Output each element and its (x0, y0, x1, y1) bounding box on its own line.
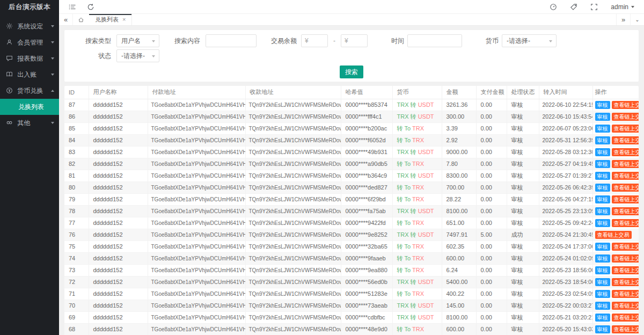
cell-id: 70 (64, 300, 89, 311)
currency-label: 货币 (484, 37, 499, 46)
review-button[interactable]: 审核 (595, 290, 610, 298)
table-header-row: ID 用户名称 付款地址 收款地址 哈希值 货币 金额 支付金额 处理状态 转入… (64, 86, 639, 99)
review-button[interactable]: 审核 (595, 243, 610, 251)
currency-to: USDT (418, 231, 434, 238)
review-button[interactable]: 审核 (595, 101, 610, 109)
sidebar-item-member-management[interactable]: 会员管理 (0, 34, 59, 50)
cell-pay-amount: 0.00 (476, 264, 507, 276)
view-chain-button[interactable]: 查看链上交易 (612, 254, 639, 263)
cell-pay-amount: 0.00 (476, 241, 507, 252)
sidebar-item-currency-exchange[interactable]: 货币兑换 (0, 83, 59, 99)
view-chain-button[interactable]: 查看链上交易 (612, 278, 639, 286)
cell-hash: 0000****a90db5 (341, 158, 392, 170)
review-button[interactable]: 审核 (595, 325, 610, 333)
sidebar-item-exchange-list[interactable]: 兑换列表 (0, 99, 59, 115)
sidebar-item-report-data[interactable]: 报表数据 (0, 50, 59, 67)
review-button[interactable]: 审核 (595, 113, 610, 121)
cell-actions: 审核 查看链上交易 (592, 311, 639, 323)
review-button[interactable]: 审核 (595, 125, 610, 133)
cell-currency: TRX 转 USDT (392, 276, 442, 288)
review-button[interactable]: 审核 (595, 278, 610, 286)
cell-amount: 8100.00 (442, 311, 476, 323)
status-select[interactable]: -请选择- (116, 49, 159, 62)
view-chain-button[interactable]: 查看链上交易 (612, 266, 639, 274)
review-button[interactable]: 审核 (595, 314, 610, 322)
amount-min-input[interactable] (301, 34, 328, 47)
review-button[interactable]: 审核 (595, 148, 610, 156)
user-menu[interactable]: admin (611, 3, 634, 11)
cell-id: 69 (64, 311, 89, 323)
cell-username: dddddd152 (89, 276, 148, 288)
view-chain-button[interactable]: 查看链上交易 (612, 101, 639, 109)
view-chain-button[interactable]: 查看链上交易 (612, 148, 639, 156)
view-chain-button[interactable]: 查看链上交易 (612, 243, 639, 251)
cell-hash: 0000****9e8252 (341, 229, 392, 241)
view-chain-button[interactable]: 查看链上交易 (612, 290, 639, 298)
review-button[interactable]: 审核 (595, 266, 610, 274)
table-row: 87 dddddd152 TGoe8abtXDe1aYPVhjwDCUmH641… (64, 99, 639, 111)
review-button[interactable]: 审核 (595, 254, 610, 263)
search-type-value: 用户名 (121, 37, 141, 45)
exchange-table: ID 用户名称 付款地址 收款地址 哈希值 货币 金额 支付金额 处理状态 转入… (64, 86, 639, 335)
review-button[interactable]: 审核 (595, 207, 610, 215)
sidebar-item-other[interactable]: 其他 (0, 115, 59, 131)
review-button[interactable]: 审核 (595, 219, 610, 227)
cell-amount: 8300.00 (442, 170, 476, 181)
search-type-select[interactable]: 用户名 (116, 34, 159, 47)
tab-exchange-list[interactable]: 兑换列表 × (89, 14, 132, 25)
cell-amount: 602.35 (442, 241, 476, 252)
refresh-icon[interactable] (87, 3, 94, 11)
view-chain-button[interactable]: 查看链上交易 (612, 172, 639, 180)
cell-currency: TRX 转 USDT (392, 205, 442, 217)
view-chain-button[interactable]: 查看链上交易 (612, 302, 639, 310)
search-button[interactable]: 搜索 (340, 65, 363, 78)
view-chain-button[interactable]: 查看链上交易 (612, 113, 639, 121)
cell-pay-address: TGoe8abtXDe1aYPVhjwDCUmH641VHkrCCX (148, 288, 245, 300)
cell-status: 成功 (507, 229, 539, 241)
cell-currency: TRX 转 USDT (392, 111, 442, 122)
cell-actions: 审核 查看链上交易 (592, 217, 639, 229)
home-icon[interactable] (73, 14, 89, 25)
tabs-scroll-left-button[interactable]: « (59, 14, 73, 25)
view-chain-button[interactable]: 查看链上交易 (612, 325, 639, 333)
close-icon[interactable]: × (122, 17, 126, 23)
time-input[interactable] (407, 34, 462, 47)
view-chain-button[interactable]: 查看链上交易 (612, 136, 639, 144)
cell-id: 71 (64, 288, 89, 300)
view-chain-button[interactable]: 查看链上交易 (612, 207, 639, 215)
fullscreen-icon[interactable] (590, 3, 598, 11)
cell-id: 87 (64, 99, 89, 111)
currency-to: USDT (418, 172, 434, 179)
cell-hash: 0000****9faaeb (341, 252, 392, 264)
sidebar-item-label: 系统设定 (17, 23, 43, 30)
view-chain-button[interactable]: 查看链上交易 (595, 231, 632, 239)
amount-max-input[interactable] (341, 34, 368, 47)
view-chain-button[interactable]: 查看链上交易 (612, 219, 639, 227)
currency-select[interactable]: -请选择- (502, 34, 557, 47)
review-button[interactable]: 审核 (595, 302, 610, 310)
gauge-icon[interactable] (550, 3, 557, 11)
sidebar-item-system-settings[interactable]: 系统设定 (0, 18, 59, 34)
view-chain-button[interactable]: 查看链上交易 (612, 195, 639, 203)
view-chain-button[interactable]: 查看链上交易 (612, 125, 639, 133)
menu-toggle-icon[interactable] (69, 3, 76, 11)
tag-icon[interactable] (570, 3, 577, 11)
cell-actions: 审核 查看链上交易 (592, 122, 639, 134)
cell-currency: 转 To TRX (392, 134, 442, 146)
review-button[interactable]: 审核 (595, 160, 610, 168)
navbar-right: admin (550, 3, 634, 11)
review-button[interactable]: 审核 (595, 195, 610, 203)
review-button[interactable]: 审核 (595, 136, 610, 144)
view-chain-button[interactable]: 查看链上交易 (612, 160, 639, 168)
search-content-input[interactable] (206, 34, 257, 47)
tabs-scroll-right-button[interactable]: » (616, 14, 630, 25)
currency-from: 转 To (397, 125, 411, 132)
chevron-down-icon (51, 122, 54, 124)
view-chain-button[interactable]: 查看链上交易 (612, 314, 639, 322)
view-chain-button[interactable]: 查看链上交易 (612, 184, 639, 192)
sidebar-item-ledger[interactable]: 出入账 (0, 67, 59, 83)
review-button[interactable]: 审核 (595, 172, 610, 180)
review-button[interactable]: 审核 (595, 184, 610, 192)
tabs-menu-button[interactable]: ⌄ (630, 14, 644, 25)
cell-hash: 0000****b364c9 (341, 170, 392, 181)
